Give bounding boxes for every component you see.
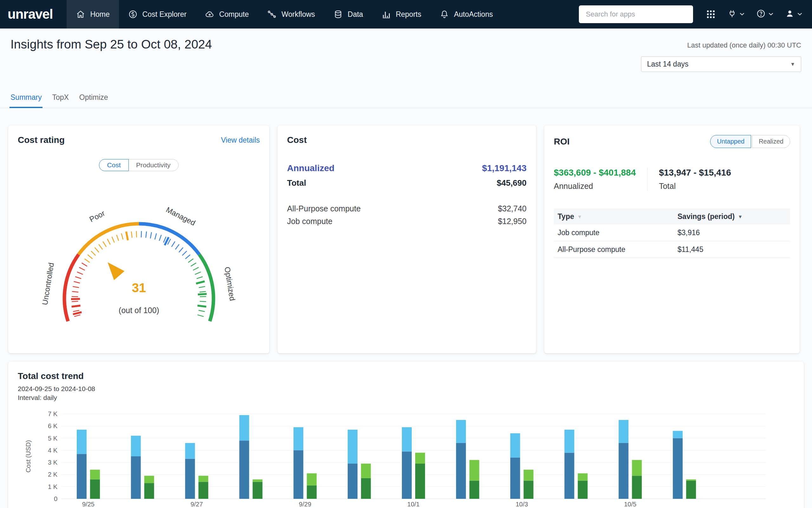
tab-optimize[interactable]: Optimize <box>78 91 109 108</box>
unravel-logo[interactable]: unravel <box>8 7 53 22</box>
roi-col-type[interactable]: Type ▼ <box>554 212 678 221</box>
svg-text:6 K: 6 K <box>48 422 58 429</box>
integrations-menu[interactable] <box>727 9 745 19</box>
nav-item-label: Reports <box>396 10 422 19</box>
chevron-down-icon: ▼ <box>790 61 795 67</box>
nav-item-autoactions[interactable]: AutoActions <box>430 0 502 29</box>
job-compute-label: Job compute <box>287 215 333 227</box>
user-menu[interactable] <box>785 9 803 19</box>
bar-chart-icon <box>382 9 391 19</box>
roi-annualized-value: $363,609 - $401,884 <box>554 168 635 178</box>
svg-text:0: 0 <box>54 495 57 502</box>
cost-row-all-purpose: All-Purpose compute $32,740 <box>287 202 527 215</box>
sort-icon: ▼ <box>577 214 582 219</box>
roi-toggle: Untapped Realized <box>710 135 790 148</box>
roi-col-savings[interactable]: Savings (period) ▼ <box>678 212 790 221</box>
roi-savings-table: Type ▼ Savings (period) ▼ Job compute $3… <box>554 209 790 258</box>
roi-total-label: Total <box>659 181 731 191</box>
sort-desc-icon: ▼ <box>738 214 742 219</box>
nav-item-label: AutoActions <box>454 10 493 19</box>
cost-rating-gauge: UncontrolledPoorManagedOptimized31(out o… <box>37 198 240 341</box>
svg-text:10/3: 10/3 <box>516 501 528 508</box>
svg-text:Uncontrolled: Uncontrolled <box>40 262 55 305</box>
svg-text:7 K: 7 K <box>48 410 58 417</box>
view-details-link[interactable]: View details <box>221 136 260 144</box>
roi-table-header: Type ▼ Savings (period) ▼ <box>554 209 790 224</box>
svg-text:10/1: 10/1 <box>407 501 420 508</box>
toggle-productivity-button[interactable]: Productivity <box>128 159 179 171</box>
roi-annualized-label: Annualized <box>554 181 635 191</box>
svg-text:1 K: 1 K <box>48 483 58 490</box>
integrations-icon <box>727 9 737 19</box>
job-compute-value: $12,950 <box>498 215 527 227</box>
nav-item-label: Data <box>348 10 363 19</box>
svg-text:(out of 100): (out of 100) <box>119 306 159 315</box>
toggle-realized-button[interactable]: Realized <box>752 135 790 148</box>
total-label: Total <box>287 177 306 188</box>
svg-text:Cost (USD): Cost (USD) <box>25 440 32 472</box>
nav-item-cost-explorer[interactable]: Cost Explorer <box>119 0 196 29</box>
annualized-link[interactable]: Annualized <box>287 163 334 174</box>
tab-bar: Summary TopX Optimize <box>0 91 812 108</box>
date-range-value: Last 14 days <box>647 60 688 69</box>
chevron-down-icon <box>768 11 774 17</box>
svg-text:9/29: 9/29 <box>299 501 311 508</box>
cost-title: Cost <box>287 135 307 145</box>
nav-item-compute[interactable]: Compute <box>196 0 258 29</box>
summary-cards: Cost rating View details Cost Productivi… <box>0 126 812 353</box>
nav-item-workflows[interactable]: Workflows <box>258 0 324 29</box>
cost-rating-card: Cost rating View details Cost Productivi… <box>8 126 269 353</box>
roi-stat-total: $13,947 - $15,416 Total <box>659 168 731 191</box>
chevron-down-icon <box>797 11 803 17</box>
svg-text:10/5: 10/5 <box>624 501 636 508</box>
cost-breakdown: Annualized $1,191,143 Total $45,690 All-… <box>287 163 527 227</box>
roi-total-value: $13,947 - $15,416 <box>659 168 731 178</box>
all-purpose-value: $32,740 <box>498 202 527 215</box>
tab-summary[interactable]: Summary <box>9 91 42 108</box>
main-nav: Home Cost Explorer Compute Workflows Dat… <box>67 0 502 29</box>
col-savings-label: Savings (period) <box>678 212 735 221</box>
nav-item-reports[interactable]: Reports <box>373 0 431 29</box>
search-input[interactable] <box>579 5 693 23</box>
svg-text:9/27: 9/27 <box>191 501 203 508</box>
roi-card: ROI Untapped Realized $363,609 - $401,88… <box>544 126 800 353</box>
svg-text:9/25: 9/25 <box>82 501 94 508</box>
row-savings: $11,445 <box>678 245 790 254</box>
toggle-untapped-button[interactable]: Untapped <box>710 135 751 148</box>
cost-row-annualized: Annualized $1,191,143 <box>287 163 527 174</box>
svg-text:5 K: 5 K <box>48 435 58 442</box>
page-header: Insights from Sep 25 to Oct 08, 2024 Las… <box>0 29 812 73</box>
nav-item-home[interactable]: Home <box>67 0 119 29</box>
date-range-select[interactable]: Last 14 days ▼ <box>641 56 801 72</box>
cost-rating-title: Cost rating <box>18 135 65 145</box>
row-type: Job compute <box>554 228 678 237</box>
nav-item-label: Cost Explorer <box>143 10 187 19</box>
trend-title: Total cost trend <box>18 371 794 381</box>
home-icon <box>76 9 85 19</box>
svg-text:2 K: 2 K <box>48 471 58 478</box>
toggle-cost-button[interactable]: Cost <box>99 159 128 171</box>
nav-item-label: Workflows <box>281 10 315 19</box>
last-updated-text: Last updated (once daily) 00:30 UTC <box>687 41 801 49</box>
roi-stats: $363,609 - $401,884 Annualized $13,947 -… <box>554 168 790 191</box>
vertical-divider <box>647 168 647 191</box>
app-root: unravel Home Cost Explorer Compute Workf… <box>0 0 812 508</box>
apps-grid-icon[interactable] <box>706 9 716 19</box>
tab-topx[interactable]: TopX <box>51 91 70 108</box>
help-icon <box>756 9 766 19</box>
roi-stat-annualized: $363,609 - $401,884 Annualized <box>554 168 635 191</box>
help-menu[interactable] <box>756 9 774 19</box>
nav-item-label: Compute <box>219 10 249 19</box>
col-type-label: Type <box>557 212 574 221</box>
dollar-icon <box>128 9 138 19</box>
svg-text:Optimized: Optimized <box>223 266 237 301</box>
nav-item-data[interactable]: Data <box>324 0 373 29</box>
svg-text:3 K: 3 K <box>48 459 58 466</box>
row-savings: $3,916 <box>678 228 790 237</box>
page-title: Insights from Sep 25 to Oct 08, 2024 <box>10 37 212 51</box>
workflow-icon <box>267 9 277 19</box>
row-type: All-Purpose compute <box>554 245 678 254</box>
trend-interval: Interval: daily <box>18 394 794 401</box>
svg-text:4 K: 4 K <box>48 447 58 454</box>
table-row: All-Purpose compute $11,445 <box>554 241 790 258</box>
